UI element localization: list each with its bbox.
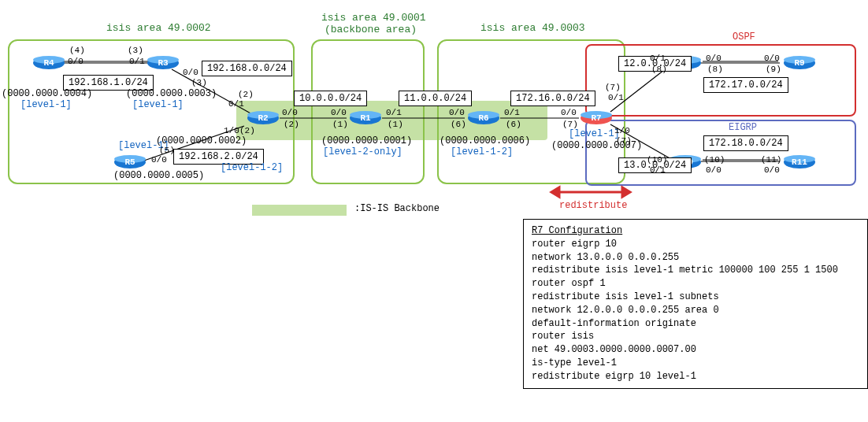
sysid-r2: (0000.0000.0002) xyxy=(156,135,247,146)
ip-5: (5) xyxy=(159,146,175,155)
net-172-16-0: 172.16.0.0/24 xyxy=(510,91,595,106)
config-l5: redistribute isis level-1 subnets xyxy=(532,291,859,304)
level-r7: [level-1] xyxy=(569,128,620,139)
level-r6: [level-1-2] xyxy=(451,146,513,157)
router-r5-label: R5 xyxy=(124,157,135,167)
router-r11-label: R11 xyxy=(792,157,807,167)
ip-6b: (6) xyxy=(506,120,521,129)
config-l3: redistribute isis level-1 metric 100000 … xyxy=(532,264,859,277)
port-r7-01: 0/1 xyxy=(608,93,624,102)
port-r11-00: 0/0 xyxy=(764,165,780,175)
router-r9: R9 xyxy=(782,55,817,71)
port-r3-01: 0/1 xyxy=(129,57,145,66)
ip-10a: (10) xyxy=(647,155,667,165)
router-r2-label: R2 xyxy=(258,113,268,123)
ip-8a: (8) xyxy=(651,65,667,74)
sysid-r3: (0000.0000.0003) xyxy=(126,88,217,99)
config-l7: default-information originate xyxy=(532,317,859,331)
port-r2-00: 0/0 xyxy=(282,108,298,117)
port-r1-01: 0/1 xyxy=(386,108,402,117)
ip-9: (9) xyxy=(766,65,781,74)
config-l8: router isis xyxy=(532,330,859,343)
config-l10: is-type level-1 xyxy=(532,357,859,370)
config-l11: redistribute eigrp 10 level-1 xyxy=(532,370,859,383)
net-11-0-0: 11.0.0.0/24 xyxy=(399,91,472,106)
port-r6-01: 0/1 xyxy=(504,108,520,117)
router-r5: R5 xyxy=(113,154,147,170)
net-192-168-0: 192.168.0.0/24 xyxy=(202,61,292,76)
ip-7b: (7) xyxy=(605,83,621,92)
port-r10-00: 0/0 xyxy=(706,165,721,175)
config-l6: network 12.0.0.0 0.0.0.255 area 0 xyxy=(532,304,859,317)
router-r4: R4 xyxy=(32,55,66,71)
level-r2: [level-1-2] xyxy=(221,162,283,173)
router-r1: R1 xyxy=(348,110,383,126)
sysid-r6: (0000.0000.0006) xyxy=(440,135,530,146)
ip-2a: (2) xyxy=(238,90,254,99)
port-r8-01: 0/1 xyxy=(650,54,666,63)
port-r2-10: 1/0 xyxy=(224,126,239,135)
ip-6a: (6) xyxy=(451,120,466,129)
ip-2b: (2) xyxy=(239,126,255,135)
config-l4: router ospf 1 xyxy=(532,277,859,291)
port-r6-00: 0/0 xyxy=(449,108,465,117)
router-r3: R3 xyxy=(146,55,180,71)
ip-10b: (10) xyxy=(704,155,725,165)
net-172-17-0: 172.17.0.0/24 xyxy=(703,77,788,93)
port-r9-00: 0/0 xyxy=(764,54,780,63)
config-l1: router eigrp 10 xyxy=(532,238,859,251)
svg-marker-15 xyxy=(622,187,630,197)
sysid-r5: (0000.0000.0005) xyxy=(113,170,204,181)
port-r1-00: 0/0 xyxy=(331,108,347,117)
sysid-r4: (0000.0000.0004) xyxy=(2,88,92,99)
port-r2-01: 0/1 xyxy=(228,99,244,109)
port-r8-00: 0/0 xyxy=(706,54,721,63)
port-r7-10: 1/0 xyxy=(614,126,630,135)
port-r4-00: 0/0 xyxy=(68,57,83,66)
port-r5-00: 0/0 xyxy=(151,155,167,165)
ip-7c: (7) xyxy=(616,136,632,146)
ip-11: (11) xyxy=(761,155,781,165)
config-l9: net 49.0003.0000.0000.0007.00 xyxy=(532,343,859,357)
net-10-0-0: 10.0.0.0/24 xyxy=(294,91,367,106)
router-r1-label: R1 xyxy=(360,113,370,123)
router-r4-label: R4 xyxy=(43,58,54,68)
ip-3a: (3) xyxy=(128,46,143,55)
net-172-18-0: 172.18.0.0/24 xyxy=(703,135,788,151)
router-r6: R6 xyxy=(466,110,501,126)
router-r9-label: R9 xyxy=(794,58,804,68)
legend-swatch xyxy=(252,205,347,216)
ip-1b: (1) xyxy=(388,120,403,129)
level-r3: [level-1] xyxy=(132,99,184,110)
ip-7a: (7) xyxy=(562,120,578,129)
router-r7: R7 xyxy=(579,110,614,126)
r7-config-box: R7 Configuration router eigrp 10 network… xyxy=(523,219,868,389)
config-l2: network 13.0.0.0 0.0.0.255 xyxy=(532,251,859,265)
ip-1a: (1) xyxy=(332,120,348,129)
legend-text: :IS-IS Backbone xyxy=(354,203,440,214)
ip-3b: (3) xyxy=(191,78,207,87)
ip-2c: (2) xyxy=(284,120,299,129)
port-r7-00: 0/0 xyxy=(561,108,577,117)
port-r3-00a: 0/0 xyxy=(183,68,198,77)
router-r2: R2 xyxy=(246,110,280,126)
router-r6-label: R6 xyxy=(478,113,488,123)
svg-marker-14 xyxy=(551,187,559,197)
level-r4: [level-1] xyxy=(20,99,72,110)
sysid-r1: (0000.0000.0001) xyxy=(321,135,412,146)
level-r1: [level-2-only] xyxy=(323,146,402,157)
ip-4: (4) xyxy=(69,46,85,55)
port-r10-01: 0/1 xyxy=(650,165,666,175)
config-title: R7 Configuration xyxy=(532,224,859,238)
ip-8b: (8) xyxy=(707,65,723,74)
redistribute-label: redistribute xyxy=(559,200,627,211)
router-r3-label: R3 xyxy=(158,58,168,68)
router-r7-label: R7 xyxy=(591,113,601,123)
router-r11: R11 xyxy=(782,154,817,170)
